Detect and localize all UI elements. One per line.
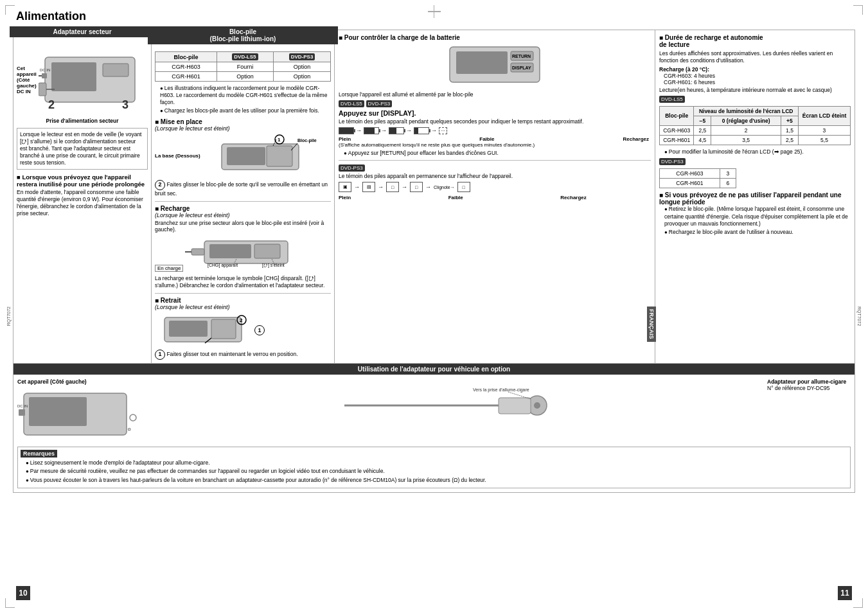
return-note: Appuyez sur [RETURN] pour effacer les ba… (339, 150, 651, 157)
charger-svg: [CHG] apparaît [ひ] s'éteint (185, 235, 314, 270)
ps3-icon-1: ▣ (339, 182, 351, 192)
svg-text:DC IN: DC IN (40, 68, 50, 72)
battery-desc: Lorsque l'appareil est allumé et aliment… (339, 91, 651, 98)
page-num-right: 11 (838, 586, 852, 600)
remarque-1: Par mesure de sécurité routière, veuille… (21, 468, 847, 475)
remarques-box: Remarques Lisez soigneusement le mode d'… (17, 447, 851, 488)
appuyez-title: Appuyez sur [DISPLAY]. (339, 109, 651, 117)
svg-text:2: 2 (240, 317, 243, 323)
vehicle-title: Utilisation de l'adaptateur pour véhicul… (13, 364, 855, 375)
bp-note-1: Chargez les blocs-pile avant de les util… (155, 107, 331, 114)
svg-rect-29 (211, 319, 236, 339)
clignote-label: Clignote→ (434, 185, 455, 190)
dvd-ps3-dur-badge: DVD-PS3 (659, 158, 686, 165)
arrow-1: → (356, 127, 362, 134)
arrow-4: → (431, 127, 437, 134)
dvd-ps3-desc: Le témoin des piles apparaît en permanen… (339, 173, 651, 179)
batt-3q (364, 127, 379, 134)
remarques-title: Remarques (21, 450, 57, 458)
battery-seq-labels: Plein Faible Rechargez (339, 136, 651, 142)
batt-low (414, 127, 429, 134)
remote-svg: RETURN DISPLAY (430, 44, 559, 89)
step2-text: Faites glisser le bloc-pile de sorte qu'… (155, 181, 328, 197)
svg-text:DISPLAY: DISPLAY (512, 66, 531, 70)
battery-section: ■ Pour contrôler la charge de la batteri… (335, 30, 655, 363)
page-container: Alimentation Adaptateur secteur Cet appa… (0, 0, 868, 613)
dvd-ps3-section-badge: DVD-PS3 (339, 164, 365, 172)
retrait-circle: 1 (155, 350, 165, 360)
battery-indicator-ls5: → → → → ··· (339, 127, 651, 134)
table-row: CGR-H601 6 (660, 179, 736, 188)
arrow-2: → (381, 127, 387, 134)
table-row: CGR-H603 Fourni Option (155, 62, 331, 72)
recharge-label: Recharge (à 20 °C): (659, 66, 709, 73)
table-header-1: DVD-LS5 (217, 52, 273, 62)
dvd-ps3-badge: DVD-PS3 (366, 100, 393, 107)
svg-point-42 (130, 414, 136, 421)
svg-text:2: 2 (48, 98, 55, 111)
lecture-label: Lecture(en heures, à température intérie… (659, 87, 851, 93)
batt-half (389, 127, 404, 134)
mise-en-place-illustration: La base (Dessous) 1 (155, 134, 331, 177)
arrow-3: → (406, 127, 412, 134)
adaptateur-section: Adaptateur secteur Cet appareil (Côté ga… (13, 30, 152, 363)
mise-en-place-svg: 1 Bloc-pile (202, 134, 321, 176)
table-row: CGR-H601 Option Option (155, 72, 331, 82)
warning-box: Lorsque le lecteur est en mode de veille… (17, 128, 148, 170)
batt-blink: ··· (439, 127, 447, 134)
warning-text: En mode d'attente, l'appareil consomme u… (17, 189, 148, 217)
batt-full (339, 127, 354, 134)
svg-rect-11 (227, 147, 265, 165)
vehicle-device-svg: DC IN Ω (17, 387, 146, 441)
bp-note-0: Les illustrations indiquent le raccordem… (155, 85, 331, 106)
blocpile-section: Bloc-pile (Bloc-pile lithium-ion) Bloc-p… (152, 30, 335, 363)
dvd-ls5-badge: DVD-LS5 (339, 100, 364, 107)
francais-badge: FRANÇAIS (647, 306, 656, 342)
ps3-seq-labels: Plein Faible Rechargez (339, 195, 589, 200)
lcd-note: Pour modifier la luminosité de l'écran L… (659, 148, 851, 155)
page-num-left: 10 (16, 586, 30, 600)
svg-rect-19 (209, 244, 251, 258)
svg-text:DC IN: DC IN (17, 404, 28, 408)
adaptateur-svg: DC IN 2 3 (39, 44, 148, 115)
recharge-note: La recharge est terminée lorsque le symb… (155, 275, 331, 289)
table-header-2: DVD-PS3 (274, 52, 331, 62)
blocpile-title: Bloc-pile (Bloc-pile lithium-ion) (148, 26, 338, 44)
long-period-section: ■ Si vous prévoyez de ne pas utiliser l'… (659, 191, 851, 236)
ps3-duration-table: CGR-H603 3 CGR-H601 6 (659, 168, 736, 188)
svg-text:Vers la prise d'allume-cigare: Vers la prise d'allume-cigare (473, 387, 529, 393)
ps3-battery-seq: ▣ → ▤ → □ → □ → Clignote→ □ (339, 182, 651, 192)
svg-text:1: 1 (278, 137, 281, 143)
remarque-2: Vous pouvez écouter le son à travers les… (21, 477, 847, 484)
svg-rect-20 (254, 244, 280, 258)
charger-illustration: En charge [CHG] apparaît (155, 235, 331, 273)
svg-text:3: 3 (122, 98, 128, 111)
ls5-duration-table: Bloc-pile Niveau de luminosité de l'écra… (659, 106, 851, 145)
retrait-step1: 1 (254, 325, 265, 335)
table-header-0: Bloc-pile (155, 52, 217, 62)
duration-section: ■ Durée de recharge et autonomiede lectu… (655, 30, 855, 363)
svg-rect-8 (39, 83, 46, 96)
vehicle-adapter-label: Adaptateur pour allume-cigare N° de réfé… (767, 378, 851, 391)
dvd-ls5-dur-badge: DVD-LS5 (659, 96, 685, 103)
adaptateur-title: Adaptateur secteur (10, 26, 155, 37)
retrait-text: Faites glisser tout en maintenant le ver… (166, 351, 297, 357)
remarque-0: Lisez soigneusement le mode d'emploi de … (21, 459, 847, 466)
retrait-section: ■ Retrait (Lorsque le lecteur est éteint… (155, 293, 331, 360)
dc-in-label: DC IN (17, 89, 37, 94)
dvd-ps3-section: DVD-PS3 Le témoin des piles apparaît en … (339, 164, 651, 200)
appuyez-desc: Le témoin des piles apparaît pendant que… (339, 118, 651, 125)
vehicle-cable-svg: Vers la prise d'allume-cigare (344, 378, 569, 433)
retrait-svg: 2 (155, 312, 251, 348)
vehicle-device-left: Cet appareil (Côté gauche) DC IN Ω (17, 378, 146, 443)
svg-text:Bloc-pile: Bloc-pile (297, 138, 317, 143)
svg-text:Ω: Ω (128, 427, 131, 431)
ps3-icon-3: □ (386, 182, 399, 192)
svg-point-46 (534, 402, 540, 409)
adaptateur-illustration: Cet appareil (Côté gauche) DC IN (17, 44, 148, 115)
device-label: Cet appareil (Côté gauche) (17, 66, 37, 89)
svg-rect-39 (29, 397, 87, 426)
vehicle-content: Cet appareil (Côté gauche) DC IN Ω (17, 378, 851, 443)
page-title: Alimentation (13, 10, 855, 23)
auto-note: (S'affiche automatiquement lorsqu'il ne … (339, 142, 651, 148)
